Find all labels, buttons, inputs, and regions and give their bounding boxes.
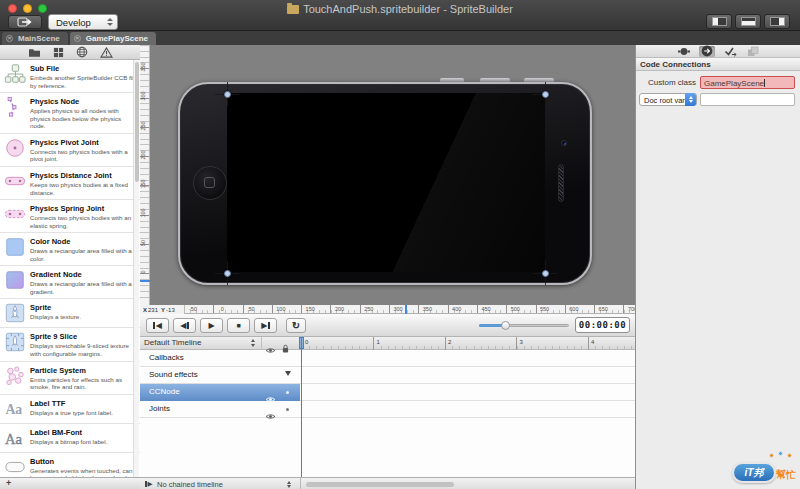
distance-joint-icon (4, 170, 26, 192)
v-ruler-label: 0 (140, 265, 146, 279)
code-connections-icon[interactable] (699, 46, 715, 57)
tab-close-icon[interactable]: × (6, 35, 13, 42)
pivot-joint-icon (4, 137, 26, 159)
selection-handle-top-right[interactable] (542, 91, 549, 98)
loop-playback-button[interactable]: ↻ (286, 318, 306, 333)
palette-item-title: Color Node (30, 237, 138, 246)
left-panel-icon (712, 17, 727, 26)
publish-button[interactable] (8, 15, 42, 29)
lock-state-dot[interactable] (286, 408, 289, 411)
palette-item-color-node[interactable]: Color NodeDraws a rectangular area fille… (0, 233, 140, 266)
timeline-zoom-slider[interactable] (479, 321, 569, 330)
v-ruler-label: 300 (140, 89, 146, 103)
particle-icon (4, 365, 26, 387)
tab-gameplayscene[interactable]: ×GamePlayScene (70, 32, 156, 45)
palette-scrollbar-thumb[interactable] (135, 62, 139, 182)
expand-triangle-icon[interactable] (285, 371, 291, 376)
selection-handle-top-left[interactable] (224, 91, 231, 98)
slider-knob[interactable] (501, 321, 510, 330)
iphone-screen-stage[interactable] (227, 93, 545, 272)
visibility-eye-icon[interactable] (265, 406, 276, 424)
palette-item-gradient-node[interactable]: Gradient NodeDraws a rectangular area fi… (0, 266, 140, 299)
timeline-row-sound-effects[interactable]: Sound effects (140, 367, 635, 384)
timeline-selector-stepper-icon[interactable] (251, 339, 255, 347)
stop-button[interactable]: ■ (227, 318, 250, 333)
warning-icon[interactable] (99, 46, 114, 58)
timeline-row-joints[interactable]: Joints (140, 401, 635, 418)
environment-dropdown[interactable]: Develop (48, 14, 118, 30)
palette-item-description: Embeds another SpriteBuilder CCB file by… (30, 74, 138, 89)
palette-item-sprite[interactable]: SpriteDisplays a texture. (0, 299, 140, 328)
palette-item-title: Sprite (30, 303, 138, 312)
globe-icon[interactable] (75, 46, 90, 58)
physics-node-icon (4, 96, 26, 118)
templates-icon[interactable] (745, 46, 761, 57)
palette-footer-bar: + (0, 477, 140, 489)
timeline-row-ccnode[interactable]: CCNode (140, 384, 635, 401)
palette-item-physics-spring-joint[interactable]: Physics Spring JointConnects two physics… (0, 200, 140, 233)
palette-item-sprite-9-slice[interactable]: Sprite 9 SliceDisplays stretchable 9-sli… (0, 328, 140, 361)
label-bmfont-icon: Aa (4, 427, 26, 449)
doc-root-var-input[interactable] (700, 93, 795, 106)
h-ruler-label: 250 (364, 306, 373, 312)
palette-item-physics-node[interactable]: Physics NodeApplies physics to all nodes… (0, 93, 140, 134)
environment-dropdown-value: Develop (56, 17, 91, 28)
label-ttf-icon: Aa (4, 398, 26, 420)
lock-state-dot[interactable] (286, 391, 289, 394)
timeline-row-label: Callbacks (149, 353, 184, 362)
add-item-button[interactable]: + (6, 478, 11, 488)
timecode-display: 00:00:00 (575, 317, 630, 333)
toggle-left-panel-button[interactable] (706, 14, 732, 29)
timeline-horizontal-scrollbar[interactable] (306, 482, 454, 487)
first-frame-button[interactable]: ◀ (146, 318, 169, 333)
chained-timeline-label[interactable]: No chained timeline (157, 480, 223, 489)
node-library-palette: Sub FileEmbeds another SpriteBuilder CCB… (0, 60, 140, 477)
toggle-right-panel-button[interactable] (764, 14, 790, 29)
iphone-home-button (193, 166, 227, 200)
tab-close-icon[interactable]: × (74, 35, 81, 42)
timeline-row-callbacks[interactable]: Callbacks (140, 350, 635, 367)
palette-scrollbar[interactable] (133, 60, 139, 477)
chained-timeline-bar: ▶ No chained timeline (140, 477, 635, 489)
iphone-mockup (178, 82, 592, 285)
timeline-row-label: CCNode (149, 387, 180, 396)
stage-canvas[interactable]: 350300250200150100500 (140, 45, 635, 305)
h-ruler-label: 650 (599, 306, 608, 312)
chevron-updown-icon (107, 18, 113, 26)
toggle-bottom-panel-button[interactable] (735, 14, 761, 29)
timeline-selector-dropdown[interactable]: Default Timeline (144, 338, 201, 347)
timeline-header: Default Timeline 01234 (140, 337, 635, 350)
timeline-time-ruler[interactable]: 01234 (300, 337, 635, 350)
sprite-icon (4, 302, 26, 324)
palette-item-description: Generates events when touched, can have … (30, 467, 138, 477)
tab-mainscene[interactable]: ×MainScene (2, 32, 68, 45)
timeline-panel: Default Timeline 01234 CallbacksSound ef… (140, 337, 635, 477)
next-frame-button[interactable]: ▶ (254, 318, 277, 333)
palette-item-label-bm-font[interactable]: AaLabel BM-FontDisplays a bitmap font la… (0, 424, 140, 453)
play-button[interactable]: ▶ (200, 318, 223, 333)
doc-root-var-dropdown[interactable]: Doc root var (639, 93, 697, 106)
h-ruler-label: 150 (306, 306, 315, 312)
playhead-line[interactable] (301, 337, 302, 477)
code-connections-header: Code Connections (636, 58, 800, 71)
custom-class-input[interactable]: GamePlayScene (700, 76, 795, 89)
palette-item-title: Label TTF (30, 399, 138, 408)
selection-handle-bottom-right[interactable] (542, 270, 549, 277)
palette-item-physics-pivot-joint[interactable]: Physics Pivot JointConnects two physics … (0, 134, 140, 167)
node-library-grid-icon[interactable] (51, 46, 66, 58)
chained-timeline-stepper-icon[interactable] (287, 481, 291, 489)
palette-item-button[interactable]: ButtonGenerates events when touched, can… (0, 453, 140, 477)
palette-item-title: Physics Pivot Joint (30, 138, 138, 147)
palette-item-particle-system[interactable]: Particle SystemEmits particles for effec… (0, 362, 140, 395)
palette-item-title: Sprite 9 Slice (30, 332, 138, 341)
palette-item-sub-file[interactable]: Sub FileEmbeds another SpriteBuilder CCB… (0, 60, 140, 93)
folder-icon[interactable] (27, 46, 42, 58)
node-properties-icon[interactable] (676, 46, 692, 57)
callbacks-check-icon[interactable] (722, 46, 738, 57)
vertical-ruler: 350300250200150100500 (140, 45, 150, 305)
selection-handle-bottom-left[interactable] (224, 270, 231, 277)
sprite9-icon (4, 331, 26, 353)
previous-frame-button[interactable]: ◀ (173, 318, 196, 333)
palette-item-physics-distance-joint[interactable]: Physics Distance JointKeeps two physics … (0, 167, 140, 200)
palette-item-label-ttf[interactable]: AaLabel TTFDisplays a true type font lab… (0, 395, 140, 424)
